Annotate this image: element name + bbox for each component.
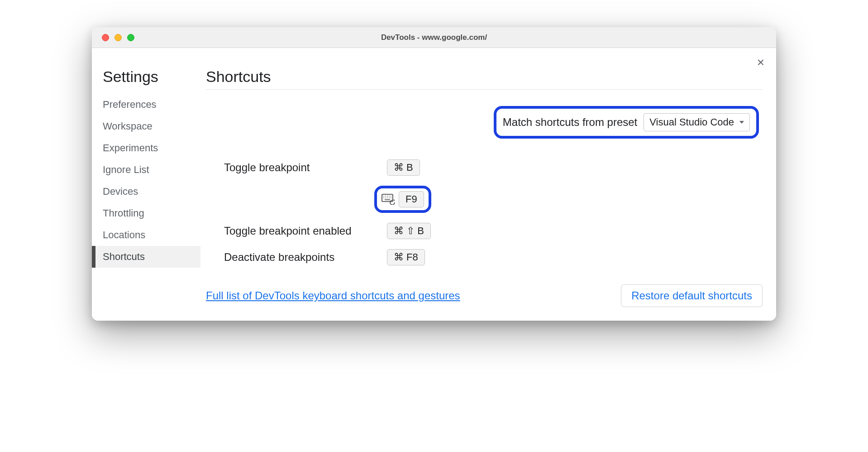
sidebar-item-locations[interactable]: Locations: [92, 224, 200, 246]
docs-link[interactable]: Full list of DevTools keyboard shortcuts…: [206, 289, 460, 302]
sidebar-item-label: Shortcuts: [103, 251, 145, 262]
sidebar-item-label: Throttling: [103, 207, 144, 219]
shortcut-keys: ⌘ ⇧ B: [387, 223, 431, 239]
shortcut-row: Toggle breakpoint ⌘ B: [224, 159, 763, 176]
keyboard-key: ⌘ F8: [387, 249, 425, 265]
preset-selected-value: Visual Studio Code: [649, 116, 734, 128]
preset-label: Match shortcuts from preset: [503, 116, 637, 129]
keyboard-key: ⌘ B: [387, 159, 420, 176]
sidebar-item-shortcuts[interactable]: Shortcuts: [92, 246, 200, 268]
window-controls: [92, 34, 134, 41]
page-title: Shortcuts: [206, 68, 763, 86]
shortcut-row: Toggle breakpoint enabled ⌘ ⇧ B: [224, 223, 763, 239]
sidebar-item-label: Workspace: [103, 120, 153, 132]
titlebar: DevTools - www.google.com/: [92, 27, 776, 48]
close-icon[interactable]: ×: [757, 56, 764, 69]
sidebar-item-label: Locations: [103, 229, 145, 240]
zoom-window-button[interactable]: [127, 34, 134, 41]
settings-sidebar: Settings Preferences Workspace Experimen…: [92, 48, 200, 321]
sidebar-item-label: Experiments: [103, 142, 158, 154]
shortcut-row: F9: [224, 186, 763, 213]
sidebar-title: Settings: [92, 68, 200, 86]
shortcuts-main: Shortcuts Match shortcuts from preset Vi…: [200, 48, 776, 321]
shortcut-name: Deactivate breakpoints: [224, 251, 378, 264]
sidebar-item-devices[interactable]: Devices: [92, 181, 200, 202]
settings-panel: × Settings Preferences Workspace Experim…: [92, 48, 776, 321]
restore-defaults-button[interactable]: Restore default shortcuts: [621, 284, 763, 307]
keyboard-key: ⌘ ⇧ B: [387, 223, 431, 239]
sidebar-item-preferences[interactable]: Preferences: [92, 94, 200, 115]
close-window-button[interactable]: [102, 34, 109, 41]
keyboard-reset-icon[interactable]: [382, 194, 395, 205]
sidebar-item-label: Preferences: [103, 99, 157, 110]
shortcut-name: Toggle breakpoint enabled: [224, 225, 378, 237]
keyboard-key: F9: [399, 191, 424, 207]
preset-select[interactable]: Visual Studio Code: [644, 113, 750, 131]
shortcut-keys: ⌘ F8: [387, 249, 425, 265]
sidebar-item-label: Devices: [103, 186, 138, 197]
footer-row: Full list of DevTools keyboard shortcuts…: [206, 284, 763, 307]
shortcut-list: Toggle breakpoint ⌘ B: [224, 159, 763, 265]
shortcut-row: Deactivate breakpoints ⌘ F8: [224, 249, 763, 265]
sidebar-item-experiments[interactable]: Experiments: [92, 137, 200, 159]
preset-row: Match shortcuts from preset Visual Studi…: [206, 106, 759, 139]
shortcut-keys: ⌘ B: [387, 159, 420, 176]
window-title: DevTools - www.google.com/: [92, 33, 776, 42]
sidebar-item-throttling[interactable]: Throttling: [92, 202, 200, 224]
sidebar-item-workspace[interactable]: Workspace: [92, 115, 200, 137]
shortcut-highlight: F9: [374, 186, 431, 213]
sidebar-item-ignore-list[interactable]: Ignore List: [92, 159, 200, 181]
preset-highlight: Match shortcuts from preset Visual Studi…: [494, 106, 759, 139]
divider: [206, 89, 763, 90]
devtools-window: DevTools - www.google.com/ × Settings Pr…: [92, 27, 776, 321]
shortcut-name: Toggle breakpoint: [224, 161, 378, 174]
chevron-down-icon: [739, 121, 744, 124]
sidebar-item-label: Ignore List: [103, 164, 149, 175]
minimize-window-button[interactable]: [114, 34, 122, 41]
